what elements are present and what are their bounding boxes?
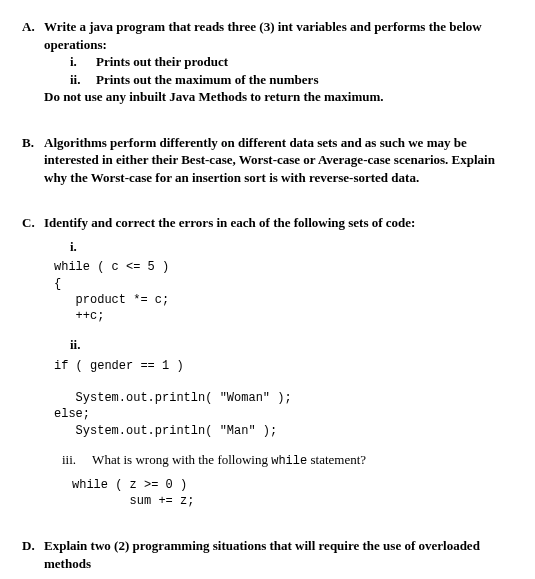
c-iii-row: iii. What is wrong with the following wh… — [62, 451, 513, 469]
c-iii-mono: while — [271, 454, 307, 468]
question-b-text: Algorithms perform differently on differ… — [44, 134, 513, 187]
letter-d: D. — [22, 537, 44, 572]
question-a-sublist: i. Prints out their product ii. Prints o… — [70, 53, 513, 88]
sub-text-ii: Prints out the maximum of the numbers — [96, 71, 513, 89]
question-a-header: A. Write a java program that reads three… — [22, 18, 513, 106]
question-c: C. Identify and correct the errors in ea… — [22, 214, 513, 509]
question-a-intro: Write a java program that reads three (3… — [44, 18, 513, 53]
question-c-header: C. Identify and correct the errors in ea… — [22, 214, 513, 509]
question-d-text: Explain two (2) programming situations t… — [44, 537, 513, 572]
question-a-body: Write a java program that reads three (3… — [44, 18, 513, 106]
c-iii-label: iii. — [62, 452, 76, 467]
question-d: D. Explain two (2) programming situation… — [22, 537, 513, 572]
letter-b: B. — [22, 134, 44, 187]
sub-num-ii: ii. — [70, 71, 96, 89]
question-b-row: B. Algorithms perform differently on dif… — [22, 134, 513, 187]
question-a: A. Write a java program that reads three… — [22, 18, 513, 106]
question-c-body: Identify and correct the errors in each … — [44, 214, 513, 509]
letter-c: C. — [22, 214, 44, 509]
c-iii-code: while ( z >= 0 ) sum += z; — [72, 477, 513, 509]
c-i-label: i. — [70, 238, 513, 256]
sub-num-i: i. — [70, 53, 96, 71]
question-d-row: D. Explain two (2) programming situation… — [22, 537, 513, 572]
c-ii-code: if ( gender == 1 ) System.out.println( "… — [54, 358, 513, 439]
question-a-note: Do not use any inbuilt Java Methods to r… — [44, 88, 513, 106]
c-ii-label: ii. — [70, 336, 513, 354]
c-i-code: while ( c <= 5 ) { product *= c; ++c; — [54, 259, 513, 324]
sub-text-i: Prints out their product — [96, 53, 513, 71]
c-iii-lead: What is wrong with the following — [92, 452, 271, 467]
question-a-item-2: ii. Prints out the maximum of the number… — [70, 71, 513, 89]
letter-a: A. — [22, 18, 44, 106]
question-b: B. Algorithms perform differently on dif… — [22, 134, 513, 187]
c-iii-tail: statement? — [307, 452, 366, 467]
question-a-item-1: i. Prints out their product — [70, 53, 513, 71]
question-c-intro: Identify and correct the errors in each … — [44, 214, 513, 232]
